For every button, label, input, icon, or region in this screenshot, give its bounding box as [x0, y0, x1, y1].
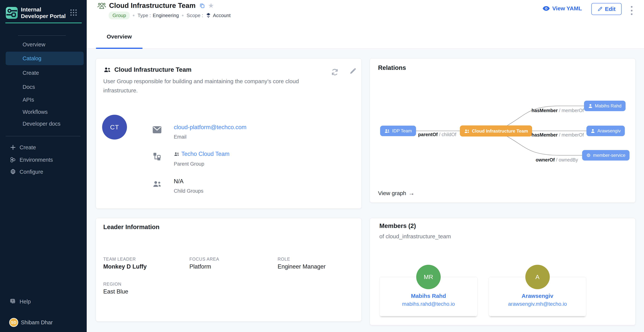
hierarchy-icon	[152, 152, 162, 161]
sidebar-accent-rule	[5, 22, 82, 23]
people-icon	[104, 67, 111, 73]
sidebar-item-apis[interactable]: APIs	[6, 93, 84, 107]
relation-node-idp-team[interactable]: IDP Team	[380, 126, 416, 136]
user-menu[interactable]: SD Shibam Dhar	[0, 317, 87, 328]
tab-overview[interactable]: Overview	[96, 28, 142, 49]
sidebar-item-create[interactable]: Create	[6, 66, 84, 80]
sidebar-action-environments[interactable]: Environments	[0, 154, 87, 166]
members-title: Members (2)	[379, 222, 416, 229]
group-entity-icon	[98, 2, 106, 9]
svg-text:?: ?	[12, 299, 13, 302]
sidebar-item-docs[interactable]: Docs	[6, 80, 84, 94]
team-card-title: Cloud Infrastructure Team	[114, 66, 192, 73]
sidebar-action-configure[interactable]: Configure	[0, 166, 87, 178]
member-email[interactable]: mabihs.rahd@techo.io	[380, 301, 477, 307]
view-yaml-button[interactable]: View YAML	[542, 5, 582, 12]
people-icon	[152, 179, 162, 188]
view-graph-link[interactable]: View graph →	[378, 190, 414, 197]
copy-icon[interactable]	[199, 3, 205, 8]
member-name[interactable]: Arawsengiv	[489, 293, 586, 299]
tab-bar: Overview	[87, 28, 644, 49]
layers-icon	[206, 12, 212, 18]
sidebar-action-create[interactable]: Create	[0, 141, 87, 154]
arrow-right-icon: →	[408, 190, 414, 197]
edge-label-ownerof: ownerOf / ownedBy	[536, 157, 578, 163]
service-node-icon	[586, 153, 591, 158]
child-groups-label: Child Groups	[174, 188, 204, 194]
sidebar-help[interactable]: ? Help	[0, 296, 87, 308]
sidebar-item-overview[interactable]: Overview	[6, 38, 84, 51]
dot-separator	[133, 15, 134, 16]
gear-icon	[10, 168, 16, 175]
group-node-icon	[464, 129, 470, 133]
focus-area-value: Platform	[190, 263, 211, 270]
group-node-icon	[384, 129, 390, 133]
sidebar-divider	[6, 136, 80, 136]
relation-node-arawsengiv[interactable]: Arawsengiv	[586, 126, 625, 136]
sidebar-item-catalog[interactable]: Catalog	[6, 52, 84, 65]
team-avatar: CT	[102, 115, 127, 140]
relations-card: Relations IDP Team Cloud Infrastructure …	[370, 58, 636, 203]
team-leader-label: TEAM LEADER	[103, 257, 136, 262]
edit-pencil-icon[interactable]	[349, 67, 357, 75]
member-avatar: MR	[416, 265, 441, 289]
relation-node-member-service[interactable]: member-service	[582, 150, 630, 161]
member-name[interactable]: Mabihs Rahd	[380, 293, 477, 299]
role-label: ROLE	[278, 257, 290, 262]
portal-logo-icon	[6, 7, 18, 19]
pencil-icon	[597, 6, 602, 12]
parent-group-label: Parent Group	[174, 161, 204, 167]
more-options-icon[interactable]	[630, 5, 634, 16]
brand-title: Internal Developer Portal	[21, 6, 67, 19]
team-email-link[interactable]: cloud-platform@techco.com	[174, 124, 246, 131]
kind-badge: Group	[109, 12, 130, 19]
user-avatar: SD	[9, 318, 18, 327]
type-label: Type :	[138, 12, 151, 18]
sidebar-item-developer-docs[interactable]: Developer docs	[6, 117, 84, 131]
dot-separator	[182, 15, 184, 16]
member-email[interactable]: arawsengiv.mh@techo.io	[489, 301, 586, 307]
eye-icon	[542, 6, 550, 11]
member-avatar: A	[525, 265, 550, 289]
member-card[interactable]: MR Mabihs Rahd mabihs.rahd@techo.io	[379, 277, 478, 316]
edit-button[interactable]: Edit	[591, 3, 622, 15]
sidebar-item-workflows[interactable]: Workflows	[6, 105, 84, 119]
hexagons-icon	[10, 156, 16, 163]
mail-icon	[152, 126, 162, 134]
leader-info-card: Leader Information TEAM LEADER Monkey D …	[96, 218, 362, 322]
relation-node-cloud-infrastructure-team[interactable]: Cloud Infrastructure Team	[460, 126, 532, 137]
active-tab-underline	[96, 48, 142, 49]
plus-icon	[10, 144, 16, 151]
refresh-icon[interactable]	[330, 68, 339, 77]
scope-label: Scope :	[186, 12, 203, 18]
scope-value: Account	[213, 12, 230, 18]
person-node-icon	[588, 104, 593, 108]
star-icon[interactable]: ★	[208, 2, 214, 9]
region-label: REGION	[103, 282, 122, 287]
member-card[interactable]: A Arawsengiv arawsengiv.mh@techo.io	[489, 277, 586, 316]
title-row: Cloud Infrastructure Team ★	[98, 0, 214, 11]
app-grid-icon[interactable]	[70, 9, 77, 16]
relation-node-mabihs-rahd[interactable]: Mabihs Rahd	[584, 101, 626, 111]
people-mini-icon	[174, 152, 180, 156]
team-description: User Group responsible for building and …	[103, 77, 322, 95]
team-card-header: Cloud Infrastructure Team	[104, 66, 192, 73]
team-email-label: Email	[174, 134, 186, 140]
members-subtitle: of cloud_infrastructure_team	[379, 233, 451, 240]
team-info-card: Cloud Infrastructure Team User Group res…	[96, 58, 362, 209]
sidebar: Internal Developer Portal Overview Catal…	[0, 0, 87, 332]
role-value: Engineer Manager	[278, 263, 326, 270]
parent-group-link[interactable]: Techo Cloud Team	[174, 151, 230, 157]
edge-label-hasmember-top: hasMember / memberOf	[532, 108, 584, 113]
sidebar-divider	[18, 35, 66, 36]
edge-label-parentof: parentOf / childOf	[418, 132, 456, 137]
page-title: Cloud Infrastructure Team	[109, 2, 196, 9]
leader-card-title: Leader Information	[103, 223, 160, 231]
app-root: Internal Developer Portal Overview Catal…	[0, 0, 644, 332]
region-value: East Blue	[103, 288, 128, 295]
page-header: Cloud Infrastructure Team ★ Group Type :…	[87, 0, 644, 28]
user-name: Shibam Dhar	[21, 320, 53, 326]
brand: Internal Developer Portal	[6, 6, 67, 19]
person-node-icon	[590, 129, 595, 133]
help-chat-icon: ?	[10, 298, 16, 305]
